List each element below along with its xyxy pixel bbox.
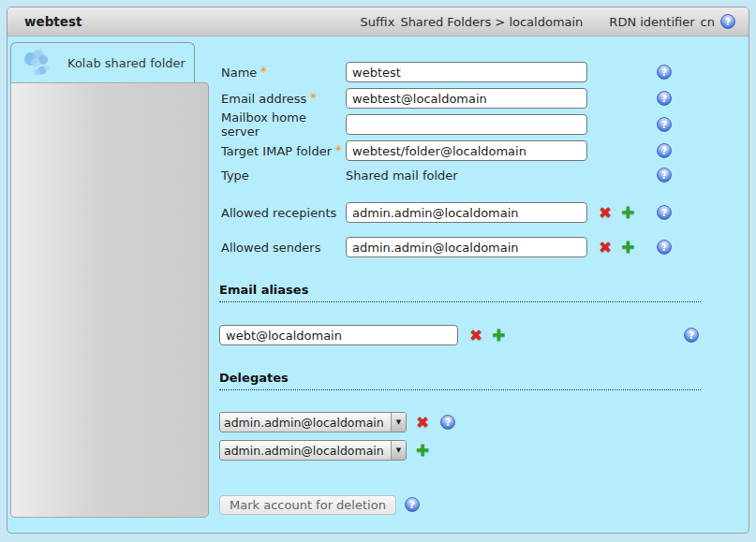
add-icon[interactable]: ✚	[621, 205, 634, 221]
form-row-mailbox-home-server: Mailbox home server ?	[221, 114, 708, 135]
email-address-input[interactable]	[346, 88, 587, 109]
suffix-value: Shared Folders > localdomain	[400, 15, 583, 29]
add-icon[interactable]: ✚	[416, 443, 429, 459]
delete-icon[interactable]: ✖	[416, 415, 429, 431]
chevron-down-icon: ▼	[391, 441, 406, 460]
field-label: Type	[221, 168, 346, 183]
delegate-select[interactable]: admin.admin@localdomain ▼	[219, 440, 407, 461]
delete-icon[interactable]: ✖	[469, 328, 482, 344]
field-label: Target IMAP folder✳	[221, 143, 346, 158]
help-icon[interactable]: ?	[657, 143, 672, 158]
email-alias-input[interactable]	[219, 325, 458, 345]
help-icon[interactable]: ?	[405, 497, 420, 512]
tab-kolab-shared-folder[interactable]: Kolab shared folder	[10, 42, 195, 83]
header-bar: webtest Suffix Shared Folders > localdom…	[7, 7, 749, 37]
form-row-target-imap-folder: Target IMAP folder✳ ?	[221, 140, 708, 161]
page-title: webtest	[24, 14, 82, 29]
mark-deletion-button[interactable]: Mark account for deletion	[219, 495, 396, 515]
help-icon[interactable]: ?	[657, 91, 672, 106]
add-icon[interactable]: ✚	[492, 328, 505, 344]
help-icon[interactable]: ?	[720, 14, 735, 29]
help-icon[interactable]: ?	[657, 168, 672, 183]
field-label: Email address✳	[221, 91, 346, 106]
delegate-select-value: admin.admin@localdomain	[220, 416, 391, 430]
field-label: Allowed recepients	[221, 206, 346, 220]
help-icon[interactable]: ?	[657, 240, 672, 255]
field-label: Allowed senders	[221, 241, 346, 255]
field-label: Name✳	[221, 65, 346, 80]
page-background: webtest Suffix Shared Folders > localdom…	[0, 0, 756, 542]
required-marker-icon: ✳	[309, 91, 317, 101]
delegate-row: admin.admin@localdomain ▼ ✚	[219, 440, 706, 461]
rdn-identifier-label: RDN identifier	[609, 15, 694, 29]
chevron-down-icon: ▼	[391, 413, 406, 432]
form-row-allowed-recepients: Allowed recepients ✖ ✚ ?	[221, 202, 708, 223]
allowed-senders-input[interactable]	[346, 237, 587, 257]
footer-actions: Mark account for deletion ?	[219, 494, 706, 515]
delete-icon[interactable]: ✖	[599, 205, 612, 221]
section-delegates-title: Delegates	[219, 371, 701, 390]
type-value: Shared mail folder	[346, 168, 458, 183]
delegate-select-value: admin.admin@localdomain	[220, 444, 391, 458]
mailbox-home-server-input[interactable]	[346, 114, 587, 135]
form-row-allowed-senders: Allowed senders ✖ ✚ ?	[221, 237, 708, 257]
add-icon[interactable]: ✚	[621, 240, 634, 256]
delegate-select[interactable]: admin.admin@localdomain ▼	[219, 412, 407, 432]
rdn-identifier-value: cn	[701, 15, 715, 29]
form-row-type: Type Shared mail folder ?	[221, 165, 708, 185]
account-edit-panel: webtest Suffix Shared Folders > localdom…	[7, 7, 749, 534]
sidebar-panel	[10, 82, 209, 518]
target-imap-folder-input[interactable]	[346, 140, 587, 161]
email-alias-row: ✖ ✚ ?	[219, 325, 706, 345]
name-input[interactable]	[346, 62, 587, 82]
help-icon[interactable]: ?	[657, 117, 672, 132]
form-row-name: Name✳ ?	[221, 62, 708, 82]
delegate-row: admin.admin@localdomain ▼ ✖ ?	[219, 412, 706, 432]
allowed-recepients-input[interactable]	[346, 202, 587, 223]
help-icon[interactable]: ?	[657, 205, 672, 220]
delete-icon[interactable]: ✖	[599, 240, 612, 256]
help-icon[interactable]: ?	[657, 65, 672, 80]
form-row-email: Email address✳ ?	[221, 88, 708, 109]
required-marker-icon: ✳	[334, 143, 342, 154]
help-icon[interactable]: ?	[684, 328, 699, 343]
field-label: Mailbox home server	[221, 110, 346, 139]
help-icon[interactable]: ?	[440, 415, 455, 430]
tab-label: Kolab shared folder	[67, 56, 185, 70]
suffix-label: Suffix	[361, 15, 395, 29]
kolab-logo-icon	[22, 48, 54, 80]
header-meta: Suffix Shared Folders > localdomain RDN …	[361, 14, 735, 29]
required-marker-icon: ✳	[259, 65, 267, 75]
section-email-aliases-title: Email aliases	[219, 283, 701, 302]
